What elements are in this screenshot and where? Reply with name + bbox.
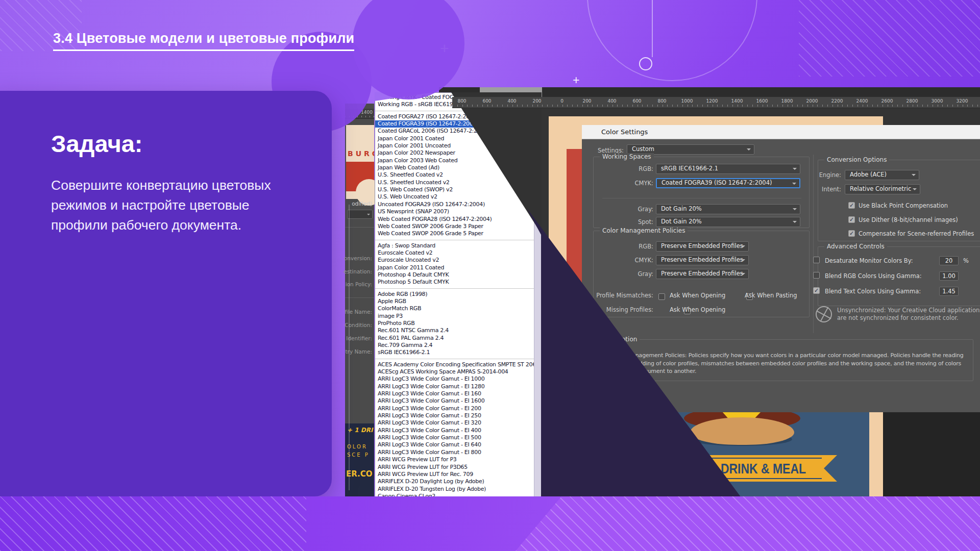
spot-working-space-dropdown[interactable]: Dot Gain 20% xyxy=(656,217,800,227)
profile-list-item[interactable]: US Newsprint (SNAP 2007) xyxy=(375,208,534,215)
ruler-tick-label: 2800 xyxy=(902,98,922,104)
cmyk-policy-dropdown[interactable]: Preserve Embedded Profiles xyxy=(656,255,749,265)
profile-list-item[interactable] xyxy=(375,286,534,291)
profile-list-item[interactable]: Japan Color 2011 Coated xyxy=(375,264,534,271)
checkbox-label: Use Dither (8-bit/channel images) xyxy=(859,216,958,223)
horizontal-ruler: 8006004002000200400600800100012001400160… xyxy=(452,97,980,108)
gray-policy-dropdown[interactable]: Preserve Embedded Profiles xyxy=(656,269,749,279)
ruler-tick-label: 600 xyxy=(627,98,647,104)
profile-list-item[interactable]: Euroscale Coated v2 xyxy=(375,249,534,257)
profile-list-item[interactable]: ARRI WCG Preview LUT for Rec. 709 xyxy=(375,471,534,478)
profile-list-item[interactable]: Rec.709 Gamma 2.4 xyxy=(375,342,534,349)
profile-list-item[interactable]: ARRIFLEX D-20 Daylight Log (by Adobe) xyxy=(375,478,534,485)
task-body: Совершите конвертацию цветовых режимов и… xyxy=(51,176,274,235)
profile-list-item[interactable]: Apple RGB xyxy=(375,298,534,305)
dialog-title: Color Settings xyxy=(601,128,648,136)
profile-list-item[interactable]: Rec.601 PAL Gamma 2.4 xyxy=(375,335,534,342)
profile-list-item[interactable]: U.S. Web Coated (SWOP) v2 xyxy=(375,186,534,193)
intent-label: Intent: xyxy=(818,186,841,193)
poster-word-fragment: BURG xyxy=(348,149,374,158)
ask-when-opening-checkbox[interactable] xyxy=(658,293,665,300)
dialog-title-bar[interactable]: Color Settings xyxy=(582,125,980,139)
panel-label-fragment: Identifier: xyxy=(346,335,372,341)
profile-list-item[interactable]: ARRI LogC3 Wide Color Gamut - EI 1600 xyxy=(375,397,534,405)
checkbox[interactable] xyxy=(813,257,820,263)
profile-list-item[interactable]: ARRI LogC3 Wide Color Gamut - EI 320 xyxy=(375,419,534,427)
ruler-tick-label: 3000 xyxy=(927,98,947,104)
ruler-tick-label: 3200 xyxy=(952,98,972,104)
advanced-controls-title: Advanced Controls xyxy=(824,243,887,250)
checkbox[interactable] xyxy=(813,287,820,294)
profile-list-item[interactable]: Photoshop 4 Default CMYK xyxy=(375,271,534,279)
value-field[interactable]: 20 xyxy=(939,256,959,265)
profile-list-item[interactable]: Adobe RGB (1998) xyxy=(375,291,534,298)
profile-list-item[interactable]: Web Coated FOGRA28 (ISO 12647-2:2004) xyxy=(375,216,534,223)
checkbox-label: Compensate for Scene-referred Profiles xyxy=(859,230,974,237)
profile-list-item[interactable]: Uncoated FOGRA29 (ISO 12647-2:2004) xyxy=(375,201,534,208)
cmyk-working-space-dropdown[interactable]: Coated FOGRA39 (ISO 12647-2:2004) xyxy=(656,178,800,188)
checkbox-label: Desaturate Monitor Colors By: xyxy=(825,257,913,264)
ruler-tick-label: 1000 xyxy=(677,98,697,104)
conversion-options-title: Conversion Options xyxy=(824,156,889,163)
profile-list-item[interactable]: ARRI LogC3 Wide Color Gamut - EI 250 xyxy=(375,412,534,419)
poster-text-fragment: + 1 DRI xyxy=(347,427,373,434)
burger-bun xyxy=(690,417,794,445)
gray-working-space-dropdown[interactable]: Dot Gain 20% xyxy=(656,204,800,214)
ruler-tick-label: 1600 xyxy=(752,98,772,104)
profile-list-item[interactable]: ARRI LogC3 Wide Color Gamut - EI 400 xyxy=(375,427,534,434)
ruler-tick-label: 200 xyxy=(527,98,547,104)
profile-list-item[interactable]: ARRI LogC3 Wide Color Gamut - EI 1280 xyxy=(375,383,534,390)
profile-list-item[interactable]: ARRI LogC3 Wide Color Gamut - EI 640 xyxy=(375,441,534,448)
ruler-tick-label: 600 xyxy=(477,98,497,104)
profile-list-item[interactable]: Web Coated SWOP 2006 Grade 3 Paper xyxy=(375,223,534,230)
profile-list-item[interactable]: Agfa : Swop Standard xyxy=(375,242,534,249)
intent-dropdown[interactable]: Relative Colorimetric xyxy=(845,184,920,194)
spot-label: Spot: xyxy=(582,218,653,226)
description-text: Color Management Policies: Policies spec… xyxy=(611,352,969,375)
ruler-tick-label: 200 xyxy=(577,98,597,104)
profile-list-item[interactable]: ARRI WCG Preview LUT for P3 xyxy=(375,456,534,463)
profile-list-item[interactable]: image P3 xyxy=(375,313,534,320)
profile-list-item[interactable]: ACES Academy Color Encoding Specificatio… xyxy=(375,361,534,368)
checkbox-label: Use Black Point Compensation xyxy=(859,202,948,209)
profile-list-item[interactable]: Web Coated SWOP 2006 Grade 5 Paper xyxy=(375,230,534,237)
hatch-lines-bottom-right xyxy=(516,496,980,551)
value-field[interactable]: 1.00 xyxy=(939,271,959,281)
profile-list-item[interactable]: ACEScg ACES Working Space AMPAS S-2014-0… xyxy=(375,368,534,375)
dropdown-fragment[interactable] xyxy=(347,210,373,219)
checkbox[interactable] xyxy=(813,272,820,279)
profile-list-item[interactable]: ARRI WCG Preview LUT for P3D65 xyxy=(375,464,534,471)
ring-decoration xyxy=(639,57,652,70)
profile-list-item[interactable]: ARRI LogC3 Wide Color Gamut - EI 200 xyxy=(375,405,534,412)
canvas-pasteboard xyxy=(883,412,980,497)
checkbox[interactable] xyxy=(848,230,855,237)
profile-list-item[interactable] xyxy=(375,357,534,361)
profile-list-item[interactable]: Photoshop 5 Default CMYK xyxy=(375,279,534,286)
gray-label: Gray: xyxy=(582,206,653,213)
profile-list-item[interactable]: ARRI LogC3 Wide Color Gamut - EI 500 xyxy=(375,434,534,441)
ruler-tick-label: 2600 xyxy=(877,98,897,104)
ruler-tick-label: 0 xyxy=(552,98,572,104)
profile-list-item[interactable]: ARRI LogC3 Wide Color Gamut - EI 800 xyxy=(375,449,534,456)
profile-list-item[interactable]: ProPhoto RGB xyxy=(375,320,534,327)
poster-text-fragment: OLOR xyxy=(347,444,368,449)
engine-dropdown[interactable]: Adobe (ACE) xyxy=(845,170,919,180)
ruler-tick-label: 400 xyxy=(602,98,622,104)
poster-red-block xyxy=(346,162,374,191)
profile-list-item[interactable]: Euroscale Uncoated v2 xyxy=(375,257,534,264)
profile-list-item[interactable] xyxy=(375,238,534,242)
value-field[interactable]: 1.45 xyxy=(939,287,959,296)
rgb-working-space-dropdown[interactable]: sRGB IEC61966-2.1 xyxy=(656,164,800,174)
ruler-tick-label: 1400 xyxy=(727,98,747,104)
checkbox[interactable] xyxy=(848,216,855,223)
profile-list-item[interactable]: Rec.601 NTSC Gamma 2.4 xyxy=(375,327,534,334)
profile-list-item[interactable]: sRGB IEC61966-2.1 xyxy=(375,349,534,356)
profile-list-item[interactable]: ColorMatch RGB xyxy=(375,305,534,312)
profile-list-item[interactable]: ARRIFLEX D-20 Tungsten Log (by Adobe) xyxy=(375,486,534,493)
profile-list-item[interactable]: ARRI LogC3 Wide Color Gamut - EI 160 xyxy=(375,390,534,397)
checkbox[interactable] xyxy=(848,202,855,209)
rgb-policy-dropdown[interactable]: Preserve Embedded Profiles xyxy=(656,241,749,252)
profile-list-item[interactable]: ARRI LogC3 Wide Color Gamut - EI 1000 xyxy=(375,375,534,383)
profile-list-item[interactable]: U.S. Web Uncoated v2 xyxy=(375,193,534,201)
task-heading: Задача: xyxy=(51,130,142,158)
